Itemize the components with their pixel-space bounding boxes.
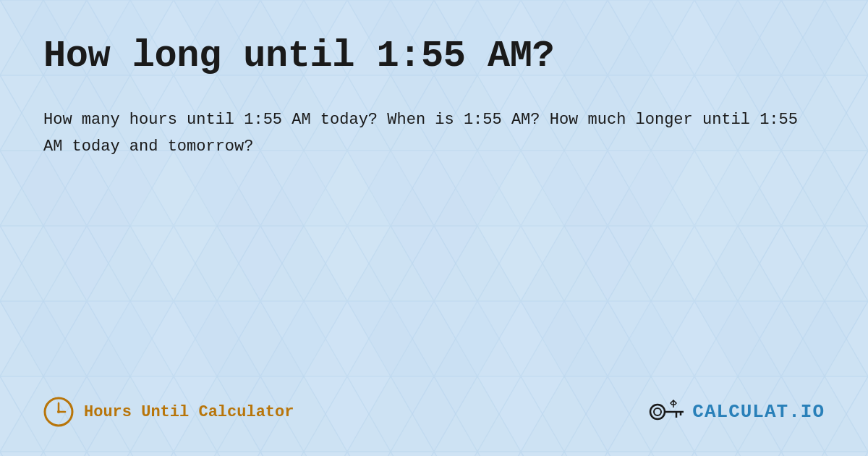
clock-icon <box>43 397 74 427</box>
logo-text: CALCULAT.IO <box>692 401 825 423</box>
main-content: How long until 1:55 AM? How many hours u… <box>43 35 825 382</box>
logo-text-accent: IO <box>801 401 825 423</box>
brand-section: Hours Until Calculator <box>43 397 294 427</box>
logo-icon <box>649 397 685 426</box>
logo-text-main: CALCULAT. <box>692 401 800 423</box>
svg-point-35 <box>650 405 665 419</box>
page-description: How many hours until 1:55 AM today? When… <box>43 106 825 161</box>
logo-section: CALCULAT.IO <box>649 397 825 426</box>
svg-point-34 <box>57 410 60 413</box>
brand-label: Hours Until Calculator <box>84 403 294 421</box>
footer: Hours Until Calculator CALCULAT.IO <box>43 382 825 427</box>
svg-point-36 <box>654 408 661 415</box>
page-title: How long until 1:55 AM? <box>43 35 825 77</box>
